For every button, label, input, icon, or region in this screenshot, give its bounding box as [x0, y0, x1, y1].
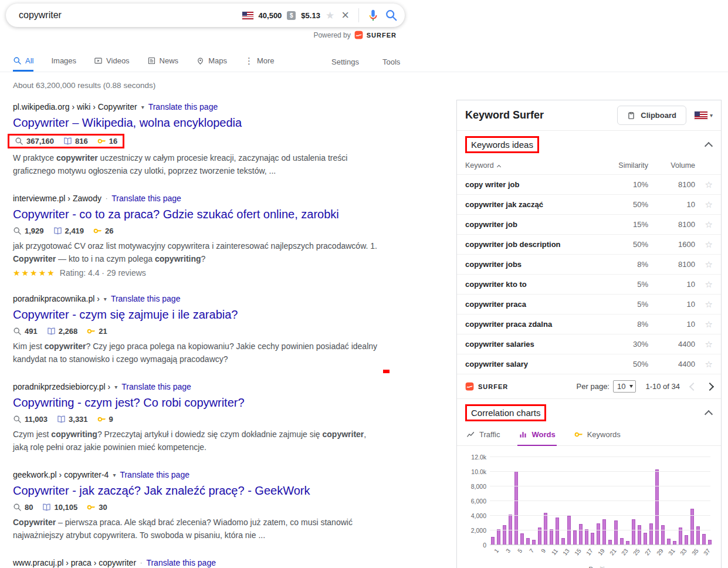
keyword-row[interactable]: copy writer job10%8100☆	[457, 174, 721, 194]
keyword-cell: copywriter salary	[465, 360, 601, 368]
chart-bar	[708, 540, 712, 545]
chart-bar	[520, 533, 524, 545]
favorite-star-icon[interactable]: ☆	[695, 319, 713, 330]
keyword-cell: copywriter praca	[465, 300, 601, 309]
chart-gridline	[490, 545, 710, 545]
x-tick	[579, 546, 583, 562]
similarity-cell: 30%	[601, 340, 648, 349]
search-bar-divider	[358, 8, 359, 22]
x-tick: 3	[503, 546, 506, 562]
result-url[interactable]: geekwork.pl › copywriter-4	[13, 470, 109, 479]
translate-link[interactable]: Translate this page	[121, 382, 191, 391]
volume-cell: 4400	[648, 360, 695, 368]
keyword-row[interactable]: copywriter praca zdalna8%10☆	[457, 314, 721, 334]
microphone-icon[interactable]	[367, 9, 380, 22]
results-list: pl.wikipedia.org › wiki › Copywriter▾Tra…	[13, 101, 393, 568]
result-title[interactable]: Copywriter – Wikipedia, wolna encykloped…	[13, 115, 393, 131]
book-icon	[53, 226, 62, 235]
tab-all[interactable]: All	[13, 52, 33, 72]
keyword-row[interactable]: copywriter salary50%4400☆	[457, 354, 721, 374]
result-title[interactable]: Copywriting - czym jest? Co robi copywri…	[13, 395, 393, 411]
keyword-cell: copywriter job description	[465, 240, 601, 249]
translate-link[interactable]: Translate this page	[148, 102, 218, 111]
annotation-dot	[383, 370, 390, 373]
y-axis-label: 12.0k	[463, 454, 486, 461]
chart-gridline	[490, 457, 710, 457]
country-select[interactable]: ▾	[695, 111, 713, 120]
chart-bar	[503, 525, 506, 545]
per-page-select[interactable]: 10	[613, 380, 636, 393]
result-title[interactable]: Copywriter - jak zacząć? Jak znaleźć pra…	[13, 483, 393, 499]
result-url[interactable]: poradnikpracownika.pl ›	[13, 294, 100, 303]
tab-maps[interactable]: Maps	[196, 52, 227, 72]
translate-link[interactable]: Translate this page	[120, 470, 189, 479]
next-page-button[interactable]	[707, 384, 713, 390]
per-page-label: Per page:	[577, 382, 610, 391]
result-url[interactable]: pl.wikipedia.org › wiki › Copywriter	[13, 102, 137, 111]
prev-page-button[interactable]	[690, 384, 696, 390]
searches-metric: 11,003	[13, 415, 48, 424]
result-title[interactable]: Copywriter - co to za praca? Gdzie szuka…	[13, 207, 393, 222]
tab-more[interactable]: ⋮More	[245, 52, 275, 72]
chart-bar	[620, 538, 624, 545]
keyword-row[interactable]: copywriter job15%8100☆	[457, 214, 721, 234]
clipboard-button[interactable]: Clipboard	[617, 106, 686, 125]
favorite-star-icon[interactable]: ☆	[695, 339, 713, 350]
metric-value: 816	[75, 137, 88, 146]
favorite-star-icon[interactable]: ☆	[695, 180, 713, 190]
result-url[interactable]: poradnikprzedsiebiorcy.pl ›	[13, 382, 110, 391]
metric-value: 367,160	[26, 137, 54, 146]
favorite-star-icon[interactable]: ☆	[695, 359, 713, 370]
similarity-cell: 8%	[601, 260, 648, 269]
favorite-star-icon[interactable]: ☆	[695, 200, 713, 210]
result-url[interactable]: interviewme.pl › Zawody	[13, 194, 101, 203]
chart-tab-words[interactable]: Words	[517, 425, 556, 446]
correlation-charts-section: Correlation charts TrafficWordsKeywords …	[457, 398, 721, 568]
similarity-column-header[interactable]: Similarity	[601, 161, 648, 170]
chart-bar	[591, 533, 594, 545]
y-axis-label: 2,000	[463, 527, 486, 534]
favorite-star-icon[interactable]: ☆	[695, 239, 713, 250]
keyword-row[interactable]: copywriter salaries30%4400☆	[457, 334, 721, 354]
collapse-chevron-icon[interactable]	[705, 410, 713, 418]
tab-images[interactable]: Images	[51, 52, 76, 72]
x-tick	[509, 546, 512, 562]
keyword-row[interactable]: copywriter kto to5%10☆	[457, 274, 721, 294]
keyword-row[interactable]: copywriter jobs8%8100☆	[457, 254, 721, 274]
keywords-metric: 21	[87, 327, 107, 336]
chart-tab-traffic[interactable]: Traffic	[465, 425, 501, 446]
result-title[interactable]: Copywriter - czym się zajmuje i ile zara…	[13, 307, 393, 323]
collapse-chevron-icon[interactable]	[705, 141, 713, 150]
favorite-star-icon[interactable]: ☆	[695, 219, 713, 230]
x-tick	[673, 546, 676, 562]
search-icon[interactable]	[385, 9, 398, 22]
translate-link[interactable]: Translate this page	[111, 194, 181, 203]
tab-videos[interactable]: Videos	[94, 52, 130, 72]
favorite-star-icon[interactable]: ★	[326, 11, 334, 21]
tab-news[interactable]: News	[147, 52, 179, 72]
chart-tab-keywords[interactable]: Keywords	[573, 425, 622, 446]
volume-column-header[interactable]: Volume	[648, 161, 695, 170]
chart-bar	[532, 540, 536, 545]
chart-bar	[579, 524, 583, 545]
metric-value: 80	[25, 503, 33, 512]
metric-value: 2,268	[59, 327, 78, 336]
x-tick	[532, 546, 536, 562]
keyword-column-header[interactable]: Keyword	[465, 161, 601, 170]
keyword-row[interactable]: copywriter job description50%1600☆	[457, 234, 721, 254]
result-url[interactable]: www.pracuj.pl › praca › copywriter	[13, 558, 136, 567]
clipboard-label: Clipboard	[641, 111, 676, 120]
clear-search-icon[interactable]: ×	[341, 9, 349, 22]
chart-bar	[608, 540, 612, 545]
search-input[interactable]: copywriter	[19, 10, 242, 21]
result-rating: ★★★★★Rating: 4.4 · 29 reviews	[13, 268, 393, 278]
keyword-row[interactable]: copywriter praca5%10☆	[457, 294, 721, 314]
keyword-row[interactable]: copywriter jak zacząć50%10☆	[457, 194, 721, 214]
settings-button[interactable]: Settings	[331, 58, 359, 66]
favorite-star-icon[interactable]: ☆	[695, 299, 713, 310]
translate-link[interactable]: Translate this page	[111, 294, 181, 303]
favorite-star-icon[interactable]: ☆	[695, 259, 713, 270]
translate-link[interactable]: Translate this page	[146, 558, 216, 567]
tools-button[interactable]: Tools	[382, 58, 400, 66]
favorite-star-icon[interactable]: ☆	[695, 279, 713, 290]
